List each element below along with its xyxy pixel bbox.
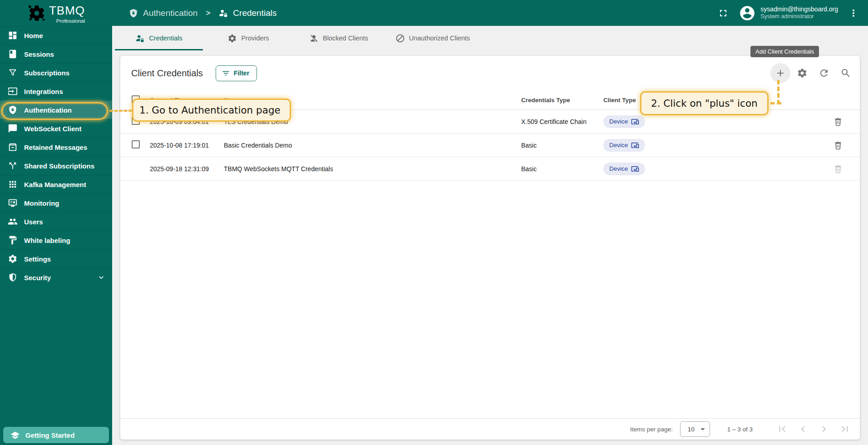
first-page-button[interactable] <box>772 420 793 438</box>
sidebar-item-shared-subscriptions[interactable]: Shared Subscriptions <box>0 156 112 175</box>
annotation-connector-step1 <box>109 110 132 112</box>
sidebar: Home Sessions Subscriptions Integrations… <box>0 26 112 445</box>
breadcrumb-page: Credentials <box>233 8 276 18</box>
cell-credentials-type: Basic <box>521 165 603 173</box>
sidebar-item-monitoring[interactable]: Monitoring <box>0 193 112 212</box>
items-per-page-label: Items per page: <box>630 426 673 433</box>
previous-page-button[interactable] <box>793 420 814 438</box>
annotation-connector-step2-horizontal <box>770 102 781 104</box>
kebab-menu-button[interactable] <box>845 4 862 22</box>
sidebar-item-users[interactable]: Users <box>0 212 112 231</box>
client-type-chip: Device <box>603 163 645 175</box>
archive-icon <box>8 142 18 152</box>
delete-row-button[interactable] <box>829 136 847 154</box>
shield-icon <box>8 272 18 282</box>
shield-lock-icon <box>128 8 138 18</box>
client-type-chip: Device <box>603 115 645 128</box>
top-header: TBMQ Professional Authentication > Crede… <box>0 0 868 26</box>
user-avatar[interactable] <box>739 5 756 22</box>
breadcrumb-section[interactable]: Authentication <box>143 8 197 18</box>
filter-list-icon <box>222 69 230 78</box>
table-row[interactable]: 2025-10-08 17:19:01 Basic Credentials De… <box>120 134 860 157</box>
sidebar-item-security[interactable]: Security <box>0 268 112 287</box>
cell-created-time: 2025-10-08 17:19:01 <box>150 142 224 149</box>
sidebar-item-white-labeling[interactable]: White labeling <box>0 231 112 249</box>
plus-icon <box>775 68 786 79</box>
brand-name: TBMQ <box>49 4 85 17</box>
annotation-step1: 1. Go to Authentication page <box>132 99 291 122</box>
annotation-step2: 2. Click on "plus" icon <box>640 91 769 115</box>
cell-name: Basic Credentials Demo <box>224 142 521 149</box>
paginator: Items per page: 10 1 – 3 of 3 <box>120 418 860 440</box>
call-split-icon <box>8 161 18 171</box>
gear-icon <box>227 34 237 43</box>
fullscreen-button[interactable] <box>714 4 732 22</box>
cell-credentials-type: Basic <box>521 142 603 149</box>
row-checkbox[interactable] <box>132 140 140 148</box>
caret-down-icon <box>700 428 705 430</box>
dashboard-icon <box>8 30 18 40</box>
funnel-icon <box>8 68 18 78</box>
block-icon <box>395 34 405 43</box>
next-page-button[interactable] <box>814 420 834 438</box>
input-icon <box>8 86 18 96</box>
add-credentials-tooltip: Add Client Credentials <box>750 46 819 57</box>
add-credentials-button[interactable] <box>770 63 790 83</box>
sidebar-item-kafka-management[interactable]: Kafka Management <box>0 175 112 193</box>
refresh-icon <box>819 68 829 79</box>
cell-created-time: 2025-09-18 12:31:09 <box>150 165 224 173</box>
gear-icon <box>797 68 808 79</box>
trash-icon <box>833 164 843 174</box>
person-lock-icon <box>218 8 228 18</box>
cell-credentials-type: X.509 Certificate Chain <box>521 118 603 125</box>
sidebar-item-integrations[interactable]: Integrations <box>0 82 112 100</box>
person-off-icon <box>309 34 319 43</box>
column-header-credentials-type[interactable]: Credentials Type <box>521 97 603 104</box>
sidebar-item-settings[interactable]: Settings <box>0 249 112 268</box>
format-paint-icon <box>8 235 18 245</box>
table-settings-button[interactable] <box>792 63 812 83</box>
page-title: Client Credentials <box>131 68 203 79</box>
tab-blocked-clients[interactable]: Blocked Clients <box>294 26 384 50</box>
filter-button[interactable]: Filter <box>216 65 257 81</box>
sidebar-item-retained-messages[interactable]: Retained Messages <box>0 138 112 156</box>
refresh-button[interactable] <box>814 63 834 83</box>
monitor-icon <box>8 198 18 208</box>
breadcrumb-separator: > <box>206 9 210 18</box>
book-icon <box>8 49 18 59</box>
sidebar-item-subscriptions[interactable]: Subscriptions <box>0 63 112 82</box>
sidebar-item-websocket-client[interactable]: WebSocket Client <box>0 119 112 138</box>
brand-subtitle: Professional <box>56 18 85 24</box>
devices-icon <box>631 141 639 149</box>
people-icon <box>8 217 18 227</box>
delete-row-button[interactable] <box>829 113 847 131</box>
tbmq-logo-icon <box>27 4 46 23</box>
authentication-highlight-ring <box>1 102 108 120</box>
tab-unauthorized-clients[interactable]: Unauthorized Clients <box>384 26 482 50</box>
gear-icon <box>8 254 18 264</box>
devices-icon <box>631 165 639 173</box>
sidebar-item-sessions[interactable]: Sessions <box>0 44 112 63</box>
search-button[interactable] <box>836 63 856 83</box>
items-per-page-select[interactable]: 10 <box>680 421 710 437</box>
table-row[interactable]: 2025-09-18 12:31:09 TBMQ WebSockets MQTT… <box>120 157 860 181</box>
user-email: sysadmin@thingsboard.org <box>760 5 838 14</box>
getting-started-button[interactable]: Getting Started <box>3 427 109 443</box>
last-page-button[interactable] <box>834 420 855 438</box>
breadcrumb: Authentication > Credentials <box>128 8 276 18</box>
app-logo[interactable]: TBMQ Professional <box>0 4 112 23</box>
trash-icon <box>833 117 843 127</box>
tab-providers[interactable]: Providers <box>203 26 294 50</box>
person-lock-icon <box>135 34 145 43</box>
apps-grid-icon <box>8 179 18 189</box>
tab-credentials[interactable]: Credentials <box>115 26 203 50</box>
sidebar-item-home[interactable]: Home <box>0 26 112 44</box>
user-role: System administrator <box>760 13 838 20</box>
devices-icon <box>631 118 639 126</box>
pagination-range: 1 – 3 of 3 <box>727 426 753 433</box>
cell-name: TBMQ WebSockets MQTT Credentials <box>224 165 521 173</box>
chat-icon <box>8 124 18 134</box>
annotation-connector-step2-vertical <box>777 80 779 104</box>
chevron-down-icon <box>97 273 106 282</box>
search-icon <box>840 68 851 79</box>
